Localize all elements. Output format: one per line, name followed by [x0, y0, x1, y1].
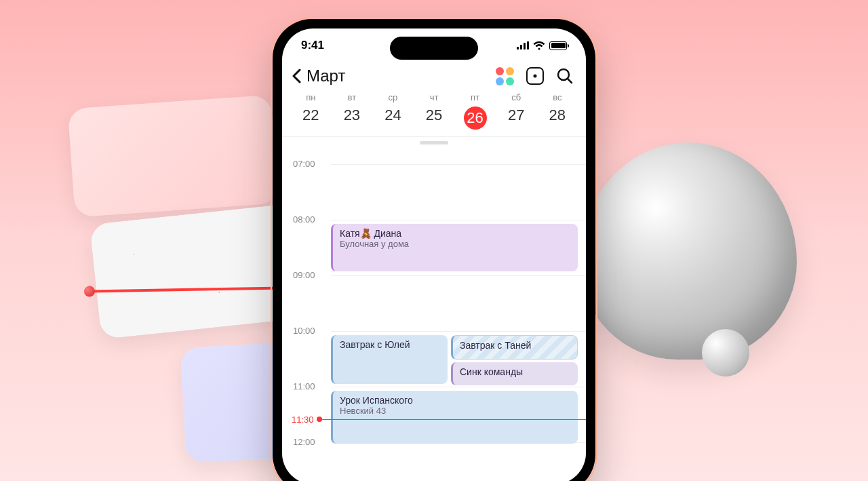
event-team-sync[interactable]: Синк команды: [451, 362, 578, 385]
day-thu[interactable]: чт25: [414, 92, 455, 130]
now-time-label: 11:30: [292, 415, 319, 425]
event-breakfast-yulya[interactable]: Завтрак с Юлей: [331, 335, 448, 384]
notch-island: [390, 37, 478, 60]
event-breakfast-tanya[interactable]: Завтрак с Таней: [451, 335, 578, 360]
day-sun[interactable]: вс28: [536, 92, 578, 130]
hour-label: 07:00: [293, 159, 315, 169]
event-subtitle: Булочная у дома: [340, 239, 571, 249]
search-icon[interactable]: [556, 67, 574, 85]
drag-handle[interactable]: [420, 141, 448, 145]
battery-icon: [549, 41, 567, 50]
decorative-bell: [580, 142, 797, 360]
today-icon[interactable]: [526, 67, 544, 85]
svg-line-1: [568, 79, 572, 83]
day-fri[interactable]: пт26: [454, 92, 496, 130]
event-title: Завтрак с Таней: [460, 340, 570, 351]
day-mon[interactable]: пн22: [290, 92, 332, 130]
hour-label: 08:00: [293, 214, 315, 225]
event-title: Урок Испанского: [340, 395, 571, 406]
nav-header: Март: [282, 62, 586, 92]
event-title: Завтрак с Юлей: [340, 339, 441, 350]
event-title: Катя🧸 Диана: [340, 228, 571, 239]
event-katya-diana[interactable]: Катя🧸 Диана Булочная у дома: [331, 224, 578, 271]
week-row: пн22 вт23 ср24 чт25 пт26 сб27 вс28: [282, 92, 586, 137]
hour-label: 12:00: [293, 437, 315, 447]
hour-label: 10:00: [293, 326, 315, 336]
back-button[interactable]: [292, 69, 301, 83]
phone-frame: 9:41 Март: [273, 19, 595, 481]
status-time: 9:41: [301, 39, 324, 52]
day-sat[interactable]: сб27: [496, 92, 537, 130]
day-wed[interactable]: ср24: [372, 92, 414, 130]
decorative-card-pink: [68, 95, 278, 218]
month-title: Март: [307, 66, 345, 85]
hour-label: 11:00: [293, 381, 315, 391]
wifi-icon: [533, 41, 545, 50]
timeline-scroll[interactable]: 07:00 08:00 09:00 10:00 11:00 12:00 Катя…: [282, 137, 586, 478]
event-title: Синк команды: [460, 366, 571, 377]
apps-icon[interactable]: [496, 67, 514, 85]
now-indicator: 11:30: [292, 415, 586, 425]
cellular-icon: [517, 41, 529, 50]
screen: 9:41 Март: [282, 28, 586, 481]
day-tue[interactable]: вт23: [332, 92, 373, 130]
hour-label: 09:00: [293, 270, 315, 280]
decorative-card-white: [90, 204, 304, 339]
